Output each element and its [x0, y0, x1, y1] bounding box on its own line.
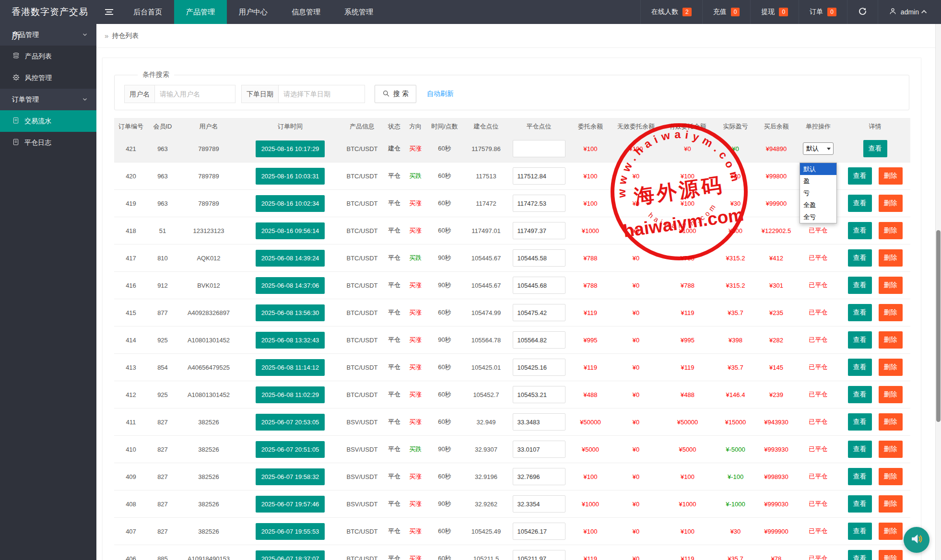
- view-button[interactable]: 查看: [848, 167, 872, 185]
- nav-item[interactable]: 产品管理: [174, 0, 227, 24]
- view-button[interactable]: 查看: [848, 386, 872, 403]
- close-point-input[interactable]: [513, 304, 565, 321]
- delete-button[interactable]: 删除: [879, 249, 903, 267]
- order-time-button[interactable]: 2025-06-07 18:37:07: [256, 550, 325, 560]
- delete-button[interactable]: 删除: [879, 304, 903, 321]
- order-time-button[interactable]: 2025-06-08 13:56:30: [256, 304, 325, 321]
- view-button[interactable]: 查看: [848, 331, 872, 349]
- order-time-button[interactable]: 2025-06-08 13:32:43: [256, 332, 325, 349]
- delete-button[interactable]: 删除: [879, 359, 903, 376]
- delete-button[interactable]: 删除: [879, 222, 903, 239]
- close-point-input[interactable]: [513, 413, 565, 431]
- view-button[interactable]: 查看: [863, 140, 887, 157]
- close-point-input[interactable]: [513, 249, 565, 267]
- search-button[interactable]: 搜 索: [375, 85, 416, 103]
- delete-button[interactable]: 删除: [879, 195, 903, 212]
- close-point-input[interactable]: [513, 222, 565, 239]
- dropdown-option[interactable]: 全亏: [800, 211, 836, 223]
- order-time-button[interactable]: 2025-06-07 19:58:32: [256, 468, 325, 485]
- auto-refresh-link[interactable]: 自动刷新: [427, 90, 454, 98]
- order-time-button[interactable]: 2025-06-07 19:55:53: [256, 523, 325, 540]
- order-time-button[interactable]: 2025-08-16 10:02:34: [256, 195, 325, 212]
- view-button[interactable]: 查看: [848, 550, 872, 560]
- close-point-input[interactable]: [513, 359, 565, 376]
- delete-button[interactable]: 删除: [879, 167, 903, 185]
- delete-button[interactable]: 删除: [879, 441, 903, 458]
- sidebar-item[interactable]: 风控管理: [0, 67, 96, 89]
- close-point-input[interactable]: [513, 140, 565, 157]
- view-button[interactable]: 查看: [848, 249, 872, 267]
- delete-button[interactable]: 删除: [879, 495, 903, 513]
- refresh-button[interactable]: [847, 0, 878, 24]
- profit-value: ¥30: [730, 200, 741, 207]
- doc-icon: [12, 138, 20, 147]
- close-point-input[interactable]: [513, 167, 565, 185]
- view-button[interactable]: 查看: [848, 222, 872, 239]
- order-time-button[interactable]: 2025-08-16 09:56:14: [256, 222, 325, 239]
- nav-item[interactable]: 用户中心: [227, 0, 280, 24]
- control-select[interactable]: 默认: [803, 142, 834, 155]
- nav-item[interactable]: 后台首页: [121, 0, 174, 24]
- table-row: 4199637897892025-08-16 10:02:34BTC/USDT平…: [114, 190, 910, 217]
- details-actions-cell: 查看删除: [840, 495, 910, 513]
- delete-button[interactable]: 删除: [879, 386, 903, 403]
- view-button[interactable]: 查看: [848, 277, 872, 294]
- admin-menu[interactable]: admin: [878, 0, 941, 24]
- close-point-input[interactable]: [513, 523, 565, 540]
- dropdown-option[interactable]: 亏: [800, 187, 836, 199]
- sidebar-group-header[interactable]: 订单管理: [0, 89, 96, 110]
- order-time-button[interactable]: 2025-06-08 14:37:06: [256, 277, 325, 294]
- order-time-button[interactable]: 2025-06-08 11:14:12: [256, 359, 325, 376]
- delete-button[interactable]: 删除: [879, 550, 903, 560]
- view-button[interactable]: 查看: [848, 523, 872, 540]
- order-time-button[interactable]: 2025-08-16 10:17:29: [256, 140, 325, 157]
- single-control-cell: 已平仓: [797, 554, 840, 560]
- close-point-input[interactable]: [513, 468, 565, 485]
- order-time-button[interactable]: 2025-06-08 11:02:29: [256, 386, 325, 403]
- view-button[interactable]: 查看: [848, 359, 872, 376]
- view-button[interactable]: 查看: [848, 468, 872, 485]
- delete-button[interactable]: 删除: [879, 523, 903, 540]
- delete-button[interactable]: 删除: [879, 331, 903, 349]
- dropdown-option[interactable]: 全盈: [800, 199, 836, 211]
- dropdown-option[interactable]: 盈: [800, 175, 836, 187]
- sidebar-item[interactable]: 交易流水: [0, 110, 96, 132]
- close-point-input[interactable]: [513, 277, 565, 294]
- view-button[interactable]: 查看: [848, 441, 872, 458]
- order-date-input[interactable]: [279, 85, 365, 103]
- delete-button[interactable]: 删除: [879, 277, 903, 294]
- sidebar-item[interactable]: 平仓日志: [0, 132, 96, 153]
- status-cell: 平仓: [384, 472, 405, 481]
- order-time-button[interactable]: 2025-06-08 14:39:24: [256, 250, 325, 267]
- order-time-button[interactable]: 2025-06-07 19:57:46: [256, 496, 325, 513]
- close-point-input[interactable]: [513, 195, 565, 212]
- topbar-stat[interactable]: 订单0: [799, 0, 847, 24]
- view-button[interactable]: 查看: [848, 413, 872, 431]
- delete-button[interactable]: 删除: [879, 468, 903, 485]
- close-point-input[interactable]: [513, 550, 565, 560]
- topbar-stat[interactable]: 提现0: [750, 0, 799, 24]
- username-input[interactable]: [155, 85, 235, 103]
- delete-button[interactable]: 删除: [879, 413, 903, 431]
- close-point-input[interactable]: [513, 386, 565, 403]
- sidebar-item[interactable]: 产品列表: [0, 46, 96, 67]
- nav-item[interactable]: 信息管理: [280, 0, 332, 24]
- topbar-stat[interactable]: 在线人数2: [640, 0, 702, 24]
- hamburger-menu-icon[interactable]: [96, 0, 121, 24]
- close-point-input[interactable]: [513, 331, 565, 349]
- scrollbar-thumb[interactable]: [936, 230, 941, 422]
- dropdown-option[interactable]: 默认: [800, 163, 836, 175]
- view-button[interactable]: 查看: [848, 304, 872, 321]
- nav-item[interactable]: 系统管理: [332, 0, 385, 24]
- close-point-input[interactable]: [513, 441, 565, 458]
- view-button[interactable]: 查看: [848, 495, 872, 513]
- order-time-button[interactable]: 2025-06-07 20:53:05: [256, 414, 325, 431]
- order-time-button[interactable]: 2025-08-16 10:03:31: [256, 168, 325, 185]
- close-point-input[interactable]: [513, 495, 565, 513]
- scrollbar-track[interactable]: [935, 24, 941, 560]
- view-button[interactable]: 查看: [848, 195, 872, 212]
- entrust-balance-cell: ¥788: [569, 282, 612, 289]
- topbar-stat[interactable]: 充值0: [702, 0, 751, 24]
- sound-notification-button[interactable]: [904, 527, 929, 553]
- order-time-button[interactable]: 2025-06-07 20:51:05: [256, 441, 325, 458]
